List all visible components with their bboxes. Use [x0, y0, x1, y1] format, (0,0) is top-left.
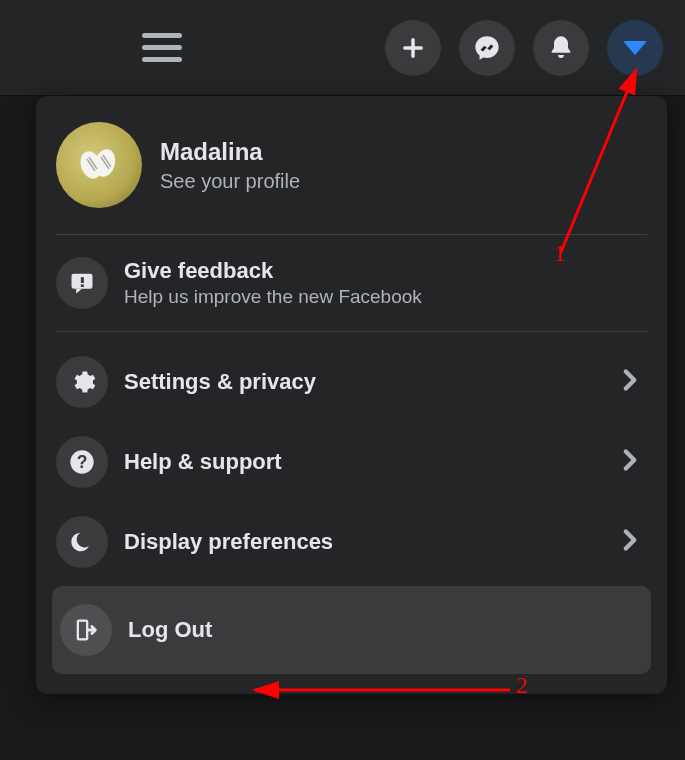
profile-link[interactable]: Madalina See your profile — [52, 106, 651, 234]
plus-icon — [399, 34, 427, 62]
chevron-right-icon — [613, 443, 647, 481]
moon-icon — [56, 516, 108, 568]
help-support[interactable]: ? Help & support — [52, 422, 651, 502]
svg-rect-3 — [81, 277, 84, 283]
question-icon: ? — [56, 436, 108, 488]
svg-rect-8 — [79, 622, 86, 638]
gear-icon — [56, 356, 108, 408]
account-dropdown: Madalina See your profile Give feedback … — [36, 96, 667, 694]
logout-icon — [60, 604, 112, 656]
chevron-right-icon — [613, 523, 647, 561]
menu-label: Settings & privacy — [124, 369, 597, 395]
profile-name: Madalina — [160, 138, 300, 166]
feedback-subtitle: Help us improve the new Facebook — [124, 286, 422, 308]
account-menu-button[interactable] — [607, 20, 663, 76]
hamburger-menu[interactable] — [142, 28, 182, 68]
annotation-label-1: 1 — [554, 240, 566, 267]
svg-text:?: ? — [77, 452, 88, 472]
notifications-button[interactable] — [533, 20, 589, 76]
logout-label: Log Out — [128, 617, 212, 643]
avatar — [56, 122, 142, 208]
profile-subtitle: See your profile — [160, 170, 300, 193]
messenger-icon — [473, 34, 501, 62]
top-bar — [0, 0, 685, 96]
menu-label: Help & support — [124, 449, 597, 475]
menu-label: Display preferences — [124, 529, 597, 555]
messenger-button[interactable] — [459, 20, 515, 76]
caret-down-icon — [623, 41, 647, 55]
topbar-actions — [385, 20, 663, 76]
chevron-right-icon — [613, 363, 647, 401]
svg-rect-4 — [81, 284, 84, 287]
feedback-icon — [56, 257, 108, 309]
settings-privacy[interactable]: Settings & privacy — [52, 342, 651, 422]
divider — [56, 331, 647, 332]
create-button[interactable] — [385, 20, 441, 76]
log-out[interactable]: Log Out — [52, 586, 651, 674]
feedback-title: Give feedback — [124, 258, 422, 284]
display-preferences[interactable]: Display preferences — [52, 502, 651, 582]
annotation-label-2: 2 — [516, 672, 528, 699]
bell-icon — [547, 34, 575, 62]
